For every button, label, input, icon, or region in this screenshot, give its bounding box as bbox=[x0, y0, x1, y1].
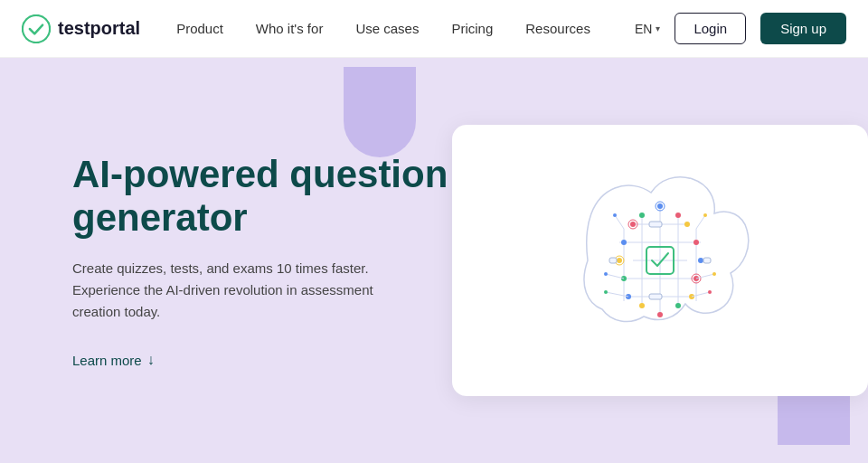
decorative-blob-top bbox=[344, 67, 416, 157]
svg-point-43 bbox=[604, 290, 608, 294]
svg-point-24 bbox=[657, 203, 663, 209]
svg-point-45 bbox=[708, 290, 712, 294]
svg-point-0 bbox=[23, 14, 50, 42]
hero-content: AI-powered question generator Create qui… bbox=[72, 153, 452, 369]
svg-point-23 bbox=[675, 213, 681, 218]
svg-point-27 bbox=[657, 312, 663, 317]
signup-button[interactable]: Sign up bbox=[760, 13, 846, 44]
svg-point-13 bbox=[684, 222, 690, 227]
svg-line-37 bbox=[696, 215, 705, 229]
svg-point-25 bbox=[639, 303, 645, 308]
learn-more-label: Learn more bbox=[72, 353, 142, 368]
svg-point-44 bbox=[712, 272, 716, 276]
svg-point-16 bbox=[617, 258, 622, 263]
nav-item-pricing[interactable]: Pricing bbox=[451, 21, 493, 36]
svg-point-22 bbox=[639, 213, 645, 218]
nav-item-use-cases[interactable]: Use cases bbox=[355, 21, 419, 36]
hero-title: AI-powered question generator bbox=[72, 153, 452, 241]
svg-point-12 bbox=[630, 222, 636, 227]
svg-line-38 bbox=[606, 274, 624, 279]
svg-point-47 bbox=[703, 213, 707, 217]
chevron-down-icon: ▾ bbox=[656, 24, 660, 33]
svg-rect-34 bbox=[609, 258, 617, 263]
arrow-down-icon: ↓ bbox=[147, 352, 155, 368]
svg-rect-33 bbox=[649, 294, 662, 299]
logo-icon bbox=[22, 14, 51, 43]
login-button[interactable]: Login bbox=[675, 13, 746, 44]
brain-circuit-illustration bbox=[515, 143, 805, 378]
hero-subtitle: Create quizzes, tests, and exams 10 time… bbox=[72, 258, 380, 323]
logo[interactable]: testportal bbox=[22, 14, 140, 43]
hero-section: AI-powered question generator Create qui… bbox=[0, 58, 868, 463]
logo-text: testportal bbox=[58, 18, 140, 39]
svg-point-46 bbox=[613, 213, 617, 217]
svg-rect-32 bbox=[649, 222, 662, 227]
nav-item-product[interactable]: Product bbox=[176, 21, 223, 36]
lang-label: EN bbox=[635, 22, 652, 36]
nav-right: EN ▾ Login Sign up bbox=[635, 13, 846, 44]
learn-more-link[interactable]: Learn more ↓ bbox=[72, 352, 452, 368]
svg-point-15 bbox=[693, 240, 699, 245]
svg-rect-35 bbox=[703, 258, 711, 263]
hero-illustration bbox=[452, 125, 868, 396]
nav-item-who-its-for[interactable]: Who it's for bbox=[256, 21, 324, 36]
svg-point-26 bbox=[675, 303, 681, 308]
svg-line-41 bbox=[692, 292, 710, 297]
nav-item-resources[interactable]: Resources bbox=[525, 21, 590, 36]
svg-line-36 bbox=[615, 215, 624, 229]
svg-point-42 bbox=[604, 272, 608, 276]
svg-line-40 bbox=[606, 292, 628, 297]
svg-point-14 bbox=[621, 240, 627, 245]
illustration-card bbox=[452, 125, 868, 396]
svg-point-17 bbox=[698, 258, 703, 263]
navbar: testportal Product Who it's for Use case… bbox=[0, 0, 868, 58]
language-selector[interactable]: EN ▾ bbox=[635, 22, 660, 36]
nav-links: Product Who it's for Use cases Pricing R… bbox=[176, 21, 635, 36]
